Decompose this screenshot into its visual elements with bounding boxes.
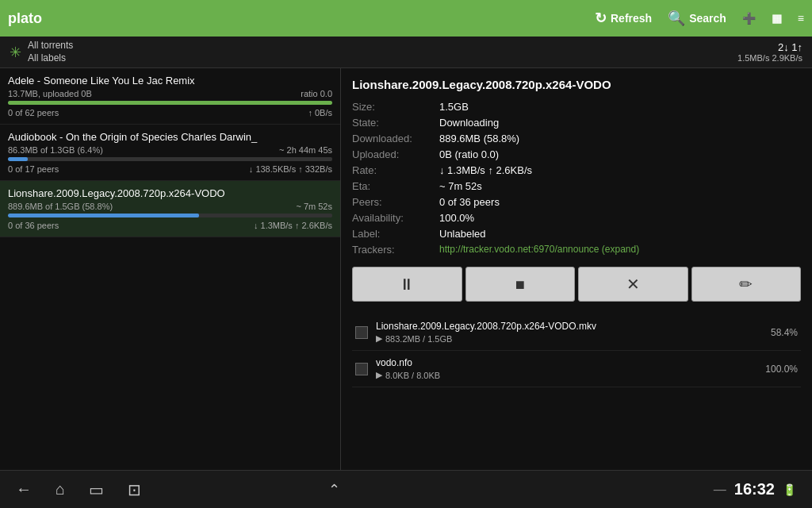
pause-button[interactable]: ⏸	[352, 267, 462, 302]
progress-fill	[8, 157, 28, 161]
recent-apps-icon[interactable]: ▭	[89, 480, 104, 499]
downloaded-value: 889.6MB (58.8%)	[439, 133, 519, 144]
menu-icon: ≡	[798, 12, 804, 25]
label-label: Label:	[352, 228, 439, 240]
search-icon: 🔍	[668, 10, 685, 27]
remove-icon: ✕	[626, 275, 640, 294]
torrent-detail: Lionshare.2009.Legacy.2008.720p.x264-VOD…	[341, 68, 812, 470]
rate-info: ↑ 0B/s	[308, 108, 332, 117]
uploaded-value: 0B (ratio 0.0)	[439, 148, 499, 160]
pause-icon: ⏸	[399, 275, 415, 294]
file-item[interactable]: vodo.nfo ▶8.0KB / 8.0KB 100.0%	[352, 351, 801, 387]
refresh-button[interactable]: ↻ Refresh	[595, 10, 652, 27]
refresh-icon: ↻	[595, 10, 607, 27]
trackers-value[interactable]: http://tracker.vodo.net:6970/announce (e…	[439, 244, 639, 256]
detail-table: Size: 1.5GB State: Downloading Downloade…	[352, 101, 801, 256]
dash-separator: —	[714, 483, 726, 497]
file-name: vodo.nfo	[376, 357, 757, 368]
availability-value: 100.0%	[439, 212, 474, 224]
edit-button[interactable]: ✏	[691, 267, 802, 302]
downloaded-label: Downloaded:	[352, 133, 439, 144]
torrent-item[interactable]: Adele - Someone Like You Le Jac Remix 13…	[0, 68, 340, 125]
menu-button[interactable]: ≡	[798, 12, 804, 25]
state-value: Downloading	[439, 117, 499, 129]
stop-icon: ■	[515, 275, 525, 294]
app-title: plato	[8, 10, 42, 27]
state-label: State:	[352, 117, 439, 129]
screenshot-icon[interactable]: ⊡	[128, 480, 141, 499]
file-checkbox[interactable]	[355, 363, 368, 375]
rate-info: ↓ 1.3MB/s ↑ 2.6KB/s	[254, 221, 332, 230]
progress-fill	[8, 214, 199, 217]
size-label: Size:	[352, 101, 439, 113]
peers-info: 0 of 17 peers	[8, 164, 59, 174]
torrent-counts: 2↓ 1↑	[737, 41, 802, 53]
subbar: ✳ All torrents All labels 2↓ 1↑ 1.5MB/s …	[0, 37, 812, 68]
progress-bar	[8, 157, 332, 161]
eta-value: ~ 7m 52s	[439, 180, 482, 192]
search-button[interactable]: 🔍 Search	[668, 10, 726, 27]
all-torrents-label: All torrents	[28, 40, 73, 52]
file-checkbox[interactable]	[355, 326, 368, 339]
torrent-list: Adele - Someone Like You Le Jac Remix 13…	[0, 68, 341, 470]
trackers-label: Trackers:	[352, 244, 439, 256]
peers-info: 0 of 62 peers	[8, 108, 59, 117]
torrent-ratio: ratio 0.0	[301, 89, 332, 98]
stop-button[interactable]: ■	[465, 267, 576, 302]
torrent-meta: 889.6MB of 1.5GB (58.8%)	[8, 202, 113, 211]
topbar: plato ↻ Refresh 🔍 Search ➕ ▦ ≡	[0, 0, 812, 37]
barcode-button[interactable]: ▦	[772, 12, 782, 25]
file-size: ▶8.0KB / 8.0KB	[376, 370, 757, 380]
battery-icon: 🔋	[783, 483, 796, 496]
torrent-item[interactable]: Audiobook - On the Origin of Species Cha…	[0, 125, 340, 181]
action-buttons: ⏸ ■ ✕ ✏	[352, 267, 801, 302]
rate-info: ↓ 138.5KB/s ↑ 332B/s	[249, 164, 332, 174]
nav-icons: ← ⌂ ▭ ⊡	[16, 480, 141, 499]
torrent-meta: 86.3MB of 1.3GB (6.4%)	[8, 145, 103, 155]
refresh-label: Refresh	[611, 12, 652, 25]
peers-info: 0 of 36 peers	[8, 221, 59, 230]
barcode-icon: ▦	[772, 12, 782, 25]
search-label: Search	[689, 12, 726, 25]
torrent-name: Adele - Someone Like You Le Jac Remix	[8, 75, 332, 87]
uploaded-label: Uploaded:	[352, 148, 439, 160]
availability-label: Availability:	[352, 212, 439, 224]
remove-button[interactable]: ✕	[578, 267, 688, 302]
file-name: Lionshare.2009.Legacy.2008.720p.x264-VOD…	[376, 321, 763, 332]
torrent-item[interactable]: Lionshare.2009.Legacy.2008.720p.x264-VOD…	[0, 181, 340, 237]
torrent-eta: ~ 2h 44m 45s	[279, 145, 332, 155]
file-info: vodo.nfo ▶8.0KB / 8.0KB	[376, 357, 757, 380]
clock: 16:32	[734, 480, 775, 498]
speed-values: 1.5MB/s 2.9KB/s	[737, 53, 802, 63]
torrent-name: Audiobook - On the Origin of Species Cha…	[8, 131, 332, 143]
torrent-name: Lionshare.2009.Legacy.2008.720p.x264-VOD…	[8, 187, 332, 199]
scroll-up-icon[interactable]: ⌃	[328, 481, 340, 498]
torrent-meta: 13.7MB, uploaded 0B	[8, 89, 92, 98]
detail-title: Lionshare.2009.Legacy.2008.720p.x264-VOD…	[352, 78, 801, 91]
status-bar: — 16:32 🔋	[714, 480, 796, 498]
peers-label: Peers:	[352, 196, 439, 208]
chevron-up-icon: ⌃	[328, 482, 340, 498]
rate-label: Rate:	[352, 164, 439, 176]
home-icon[interactable]: ⌂	[56, 480, 65, 498]
progress-bar	[8, 214, 332, 217]
main-content: Adele - Someone Like You Le Jac Remix 13…	[0, 68, 812, 470]
snowflake-icon: ✳	[10, 44, 21, 61]
file-percentage: 58.4%	[771, 327, 798, 338]
all-labels-label: All labels	[28, 52, 73, 65]
label-value: Unlabeled	[439, 228, 486, 240]
file-info: Lionshare.2009.Legacy.2008.720p.x264-VOD…	[376, 321, 763, 344]
edit-icon: ✏	[739, 275, 753, 294]
speed-stats: 2↓ 1↑ 1.5MB/s 2.9KB/s	[737, 41, 802, 63]
add-button[interactable]: ➕	[742, 12, 756, 25]
peers-value: 0 of 36 peers	[439, 196, 500, 208]
eta-label: Eta:	[352, 180, 439, 192]
back-icon[interactable]: ←	[16, 480, 32, 498]
file-item[interactable]: Lionshare.2009.Legacy.2008.720p.x264-VOD…	[352, 314, 801, 351]
file-percentage: 100.0%	[765, 364, 798, 375]
add-icon: ➕	[742, 12, 756, 25]
bottombar: ← ⌂ ▭ ⊡ ⌃ — 16:32 🔋	[0, 470, 812, 508]
size-value: 1.5GB	[439, 101, 469, 113]
progress-bar	[8, 101, 332, 105]
torrent-eta: ~ 7m 52s	[296, 202, 332, 211]
